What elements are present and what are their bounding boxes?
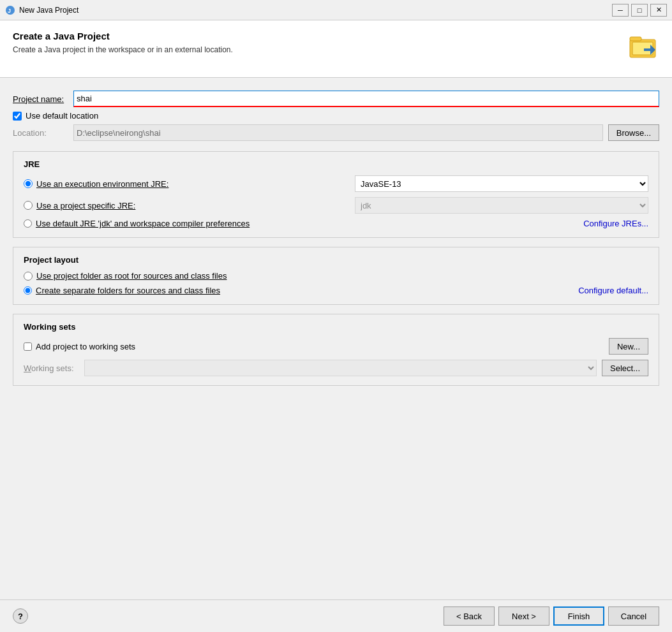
dialog-content: Project name: Use default location Locat… xyxy=(0,78,672,599)
layout-option2-label[interactable]: Create separate folders for sources and … xyxy=(36,286,220,295)
cancel-button[interactable]: Cancel xyxy=(608,606,659,626)
layout-option1-radio[interactable] xyxy=(24,272,33,281)
svg-rect-3 xyxy=(630,37,641,41)
jre-specific-dropdown[interactable]: jdk xyxy=(355,197,648,214)
dialog-title: Create a Java Project xyxy=(13,31,622,41)
close-button[interactable]: ✕ xyxy=(650,4,667,17)
use-default-location-label[interactable]: Use default location xyxy=(26,111,98,121)
project-name-label: Project name: xyxy=(13,94,73,104)
dialog: Create a Java Project Create a Java proj… xyxy=(0,20,672,632)
title-bar-text: New Java Project xyxy=(19,6,612,15)
working-sets-dropdown[interactable] xyxy=(84,360,597,376)
header-text: Create a Java Project Create a Java proj… xyxy=(13,31,622,54)
layout-section: Project layout Use project folder as roo… xyxy=(13,247,659,305)
help-button[interactable]: ? xyxy=(13,608,28,624)
footer-left: ? xyxy=(13,608,28,624)
jre-option1-radio[interactable] xyxy=(24,179,33,188)
jre-environment-dropdown[interactable]: JavaSE-13 JavaSE-11 JavaSE-8 xyxy=(355,175,648,192)
working-sets-title: Working sets xyxy=(24,322,648,332)
minimize-button[interactable]: ─ xyxy=(612,4,629,17)
svg-text:J: J xyxy=(8,8,11,14)
jre-option1-row: Use an execution environment JRE: JavaSE… xyxy=(24,175,648,192)
app-icon: J xyxy=(5,5,15,15)
configure-default-link[interactable]: Configure default... xyxy=(578,286,648,295)
next-button[interactable]: Next > xyxy=(498,606,549,626)
working-sets-input-row: Working sets: Select... xyxy=(24,360,648,376)
jre-option3-label[interactable]: Use default JRE 'jdk' and workspace comp… xyxy=(36,219,250,228)
back-button[interactable]: < Back xyxy=(444,606,495,626)
project-name-row: Project name: xyxy=(13,91,659,107)
add-working-sets-checkbox[interactable] xyxy=(24,342,32,351)
browse-button[interactable]: Browse... xyxy=(608,124,659,141)
layout-option2-row: Create separate folders for sources and … xyxy=(24,286,648,295)
use-default-location-row: Use default location xyxy=(13,111,659,121)
title-bar: J New Java Project ─ □ ✕ xyxy=(0,0,672,20)
add-working-sets-row: Add project to working sets New... xyxy=(24,338,648,355)
layout-option2-radio[interactable] xyxy=(24,286,32,295)
location-label: Location: xyxy=(13,128,73,138)
jre-option1-label[interactable]: Use an execution environment JRE: xyxy=(36,179,350,189)
location-row: Location: Browse... xyxy=(13,124,659,141)
jre-option2-row: Use a project specific JRE: jdk xyxy=(24,197,648,214)
jre-option2-radio[interactable] xyxy=(24,201,33,210)
working-sets-section: Working sets Add project to working sets… xyxy=(13,314,659,386)
jre-option3-row: Use default JRE 'jdk' and workspace comp… xyxy=(24,219,648,228)
project-name-input[interactable] xyxy=(73,91,659,107)
layout-section-title: Project layout xyxy=(24,255,648,265)
jre-section-title: JRE xyxy=(24,159,648,169)
header-icon xyxy=(629,31,659,61)
configure-jres-link[interactable]: Configure JREs... xyxy=(583,219,648,228)
select-working-set-button[interactable]: Select... xyxy=(602,360,648,376)
jre-section: JRE Use an execution environment JRE: Ja… xyxy=(13,151,659,238)
title-bar-controls: ─ □ ✕ xyxy=(612,4,667,17)
dialog-header: Create a Java Project Create a Java proj… xyxy=(0,20,672,78)
finish-button[interactable]: Finish xyxy=(553,606,604,626)
dialog-subtitle: Create a Java project in the workspace o… xyxy=(13,45,622,54)
dialog-footer: ? < Back Next > Finish Cancel xyxy=(0,599,672,632)
project-name-label-text: Project name: xyxy=(13,94,64,104)
maximize-button[interactable]: □ xyxy=(631,4,648,17)
use-default-location-checkbox[interactable] xyxy=(13,112,22,121)
jre-option3-radio[interactable] xyxy=(24,219,32,228)
working-sets-label: Working sets: xyxy=(24,364,84,373)
svg-rect-6 xyxy=(644,48,650,51)
location-input[interactable] xyxy=(73,124,603,141)
add-working-sets-label[interactable]: Add project to working sets xyxy=(36,342,135,351)
layout-option1-row: Use project folder as root for sources a… xyxy=(24,271,648,281)
footer-right: < Back Next > Finish Cancel xyxy=(444,606,659,626)
new-working-set-button[interactable]: New... xyxy=(609,338,648,355)
jre-option2-label[interactable]: Use a project specific JRE: xyxy=(36,201,350,210)
layout-option1-label[interactable]: Use project folder as root for sources a… xyxy=(36,271,648,281)
